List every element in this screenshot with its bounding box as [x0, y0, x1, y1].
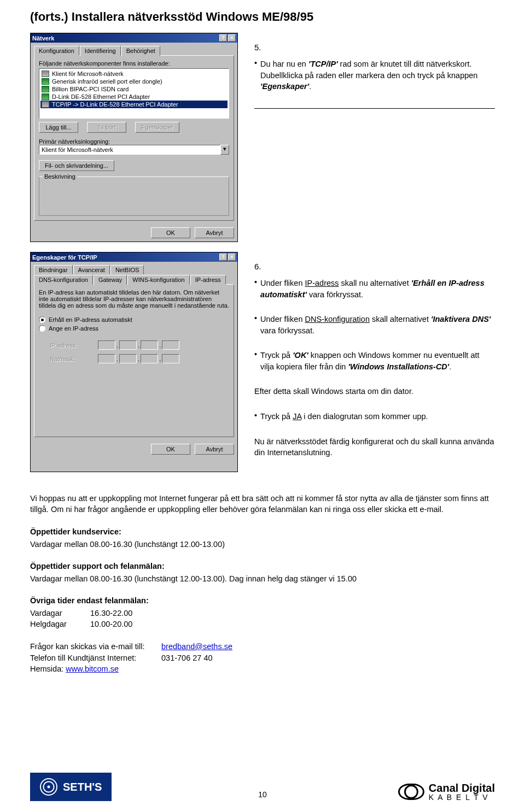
step-5-text: Du har nu en 'TCP/IP' rad som är knutet … — [254, 58, 495, 106]
netmask-field: ... — [98, 354, 179, 363]
list-item[interactable]: Klient för Microsoft-nätverk — [52, 70, 124, 77]
seths-logo: SETH'S — [30, 773, 112, 801]
list-item[interactable]: Billion BIPAC-PCI ISDN card — [52, 86, 129, 92]
tab-behorighet[interactable]: Behörighet — [121, 46, 160, 56]
tcpip-description: En IP-adress kan automatiskt tilldelas d… — [39, 289, 229, 309]
site-link[interactable]: www.bitcom.se — [66, 664, 119, 673]
tab-konfiguration[interactable]: Konfiguration — [34, 46, 79, 56]
ok-button[interactable]: OK — [151, 444, 190, 455]
close-titlebar-button[interactable]: × — [228, 34, 236, 42]
canal-eye-icon — [398, 784, 424, 800]
ok-button[interactable]: OK — [151, 227, 190, 238]
ovriga-heading: Övriga tider endast felanmälan: — [30, 595, 495, 607]
cancel-button[interactable]: Avbryt — [195, 444, 234, 455]
remove-button[interactable]: Ta bort — [87, 122, 126, 133]
list-item[interactable]: D-Link DE-528 Ethernet PCI Adapter — [52, 93, 150, 100]
radio-manual-ip-label: Ange en IP-adress — [49, 325, 98, 332]
step-6-bullet-1: Under fliken IP-adress skall nu alternat… — [260, 278, 495, 300]
add-button[interactable]: Lägg till... — [39, 122, 78, 133]
vardagar-label: Vardagar — [30, 608, 90, 619]
vardagar-time: 16.30-22.00 — [90, 608, 132, 619]
kundservice-line: Vardagar mellan 08.00-16.30 (lunchstängt… — [30, 539, 495, 550]
radio-auto-ip[interactable] — [39, 316, 45, 323]
canal-digital-logo: Canal Digital K A B E L T V — [398, 782, 495, 801]
dialog2-title: Egenskaper för TCP/IP — [32, 254, 97, 261]
tab-ip-adress[interactable]: IP-adress — [190, 275, 226, 285]
site-label: Hemsida: — [30, 664, 63, 673]
tab-avancerat[interactable]: Avancerat — [73, 265, 110, 274]
helgdagar-time: 10.00-20.00 — [90, 619, 132, 630]
step-6-text-6: Nu är nätverksstödet färdig konfigurerat… — [254, 436, 495, 458]
client-icon — [42, 70, 49, 77]
tab-gateway[interactable]: Gateway — [94, 275, 127, 285]
dropdown-arrow-icon[interactable]: ▾ — [220, 145, 229, 155]
adapter-icon — [42, 78, 49, 85]
tab-identifiering[interactable]: Identifiering — [80, 46, 121, 56]
ip-address-label: IP-adress: — [50, 342, 88, 349]
close-titlebar-button[interactable]: × — [228, 254, 236, 261]
file-print-sharing-button[interactable]: Fil- och skrivardelning... — [39, 160, 114, 171]
seths-text: SETH'S — [63, 781, 102, 793]
email-label: Frågor kan skickas via e-mail till: — [30, 641, 161, 652]
help-titlebar-button[interactable]: ? — [219, 254, 227, 261]
list-item[interactable]: Generisk infraröd seriell port eller don… — [52, 78, 162, 85]
cancel-button[interactable]: Avbryt — [195, 227, 234, 238]
netmask-label: Nätmask: — [50, 356, 88, 362]
step-6-bullet-5: Tryck på JA i den dialogrutan som kommer… — [260, 411, 428, 422]
components-list[interactable]: Klient för Microsoft-nätverk Generisk in… — [39, 68, 229, 119]
adapter-icon — [42, 93, 49, 100]
divider — [254, 108, 495, 109]
ip-address-field: ... — [98, 340, 179, 350]
tab-wins[interactable]: WINS-konfiguration — [127, 275, 189, 285]
radio-auto-ip-label: Erhåll en IP-adress automatiskt — [49, 316, 132, 323]
step-6-number: 6. — [254, 262, 495, 271]
step-5-number: 5. — [254, 43, 495, 52]
dialog1-title: Nätverk — [32, 35, 54, 42]
support-line: Vardagar mellan 08.00-16.30 (lunchstängt… — [30, 573, 495, 585]
step-6-bullet-2: Under fliken DNS-konfiguration skall alt… — [260, 314, 495, 336]
tcpip-dialog: Egenskaper för TCP/IP ? × Bindningar Ava… — [30, 252, 238, 472]
primary-login-select[interactable]: Klient för Microsoft-nätverk — [39, 145, 220, 155]
step-6-bullet-3: Tryck på 'OK' knappen och Windows kommer… — [260, 350, 495, 372]
tab-netbios[interactable]: NetBIOS — [110, 265, 144, 274]
network-dialog: Nätverk ? × Konfiguration Identifiering … — [30, 33, 238, 242]
adapter-icon — [42, 86, 49, 92]
helgdagar-label: Helgdagar — [30, 619, 90, 630]
protocol-icon — [42, 101, 49, 108]
components-label: Följande nätverkskomponenter finns insta… — [39, 60, 229, 67]
seths-emblem-icon — [40, 778, 57, 796]
canal-digital-text: Canal Digital — [429, 782, 495, 793]
intro-paragraph: Vi hoppas nu att er uppkoppling mot Inte… — [30, 493, 495, 515]
page-title: (forts.) Installera nätverksstöd Windows… — [30, 10, 495, 24]
step-6-text-4: Efter detta skall Windows starta om din … — [254, 386, 495, 397]
phone-label: Telefon till Kundtjänst Internet: — [30, 652, 161, 664]
kabel-tv-text: K A B E L T V — [429, 793, 495, 801]
tab-dns[interactable]: DNS-konfiguration — [34, 275, 93, 285]
dialog2-titlebar: Egenskaper för TCP/IP ? × — [31, 252, 237, 262]
radio-manual-ip[interactable] — [39, 325, 45, 332]
properties-button[interactable]: Egenskaper — [135, 122, 179, 133]
primary-login-label: Primär nätverksinloggning: — [39, 138, 229, 145]
phone-number: 031-706 27 40 — [161, 652, 213, 664]
support-heading: Öppettider support och felanmälan: — [30, 561, 495, 572]
dialog1-titlebar: Nätverk ? × — [31, 33, 237, 43]
email-link[interactable]: bredband@seths.se — [161, 641, 232, 652]
description-label: Beskrivning — [43, 173, 77, 180]
help-titlebar-button[interactable]: ? — [219, 34, 227, 42]
tab-bindningar[interactable]: Bindningar — [34, 265, 73, 274]
list-item[interactable]: TCP/IP -> D-Link DE-528 Ethernet PCI Ada… — [52, 101, 178, 108]
kundservice-heading: Öppettider kundservice: — [30, 526, 495, 538]
